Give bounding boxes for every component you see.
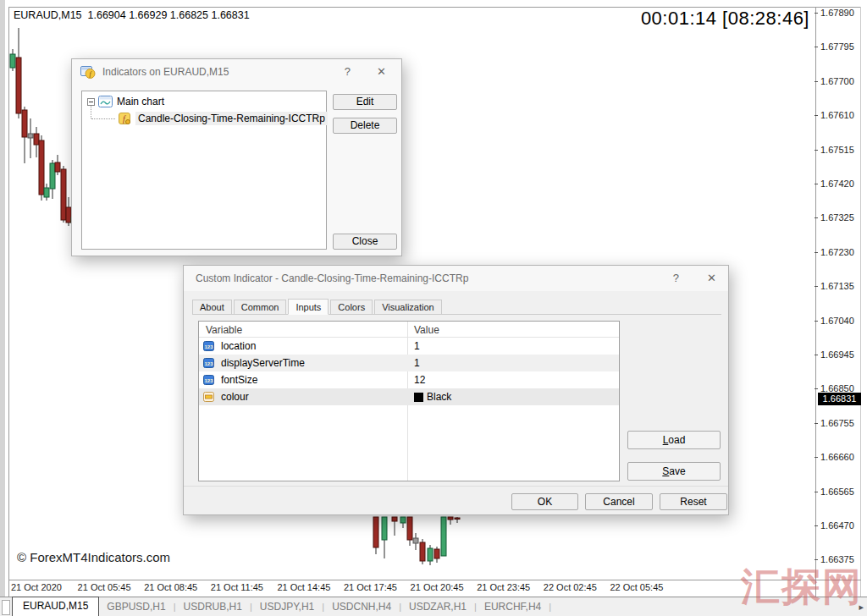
edit-button[interactable]: Edit (333, 94, 397, 110)
tab-scroll-left-button[interactable] (2, 600, 10, 615)
tree-item-label: Main chart (117, 96, 164, 107)
price-axis-label: 1.66755 (820, 418, 854, 428)
price-axis-label: 1.66470 (820, 520, 854, 531)
custom-dialog-titlebar[interactable]: Custom Indicator - Candle-Closing-Time-R… (184, 266, 728, 291)
close-button[interactable]: Close (333, 234, 397, 250)
custom-dialog-title: Custom Indicator - Candle-Closing-Time-R… (196, 272, 468, 284)
indicators-dialog-icon: f (80, 66, 96, 79)
price-axis-label: 1.67230 (820, 247, 854, 257)
candle-countdown-clock: 00:01:14 [08:28:46] (641, 8, 809, 30)
mt4-window: EURAUD,M15 1.66904 1.66929 1.66825 1.668… (0, 0, 867, 616)
price-axis-label: 1.67610 (820, 110, 854, 120)
table-row[interactable]: 123 displayServerTime 1 (199, 355, 619, 371)
variable-name: location (221, 340, 256, 352)
time-axis-label: 21 Oct 17:45 (344, 582, 397, 592)
symbol-tabbar: EURAUD,M15GBPUSD,H1|USDRUB,H1|USDJPY,H1|… (0, 597, 867, 616)
svg-text:123: 123 (204, 361, 213, 366)
save-button[interactable]: Save (627, 462, 721, 481)
price-axis-label: 1.67135 (820, 281, 854, 291)
time-axis-label: 21 Oct 11:45 (211, 582, 263, 592)
table-header: Variable Value (199, 322, 619, 338)
inputs-table[interactable]: Variable Value 123 location 1 123 displa… (198, 321, 620, 481)
chart-watermark-text: © ForexMT4Indicators.com (17, 550, 170, 564)
time-axis-label: 21 Oct 08:45 (144, 582, 197, 592)
symbol-tab-usdzar-h1[interactable]: USDZAR,H1 (401, 598, 474, 615)
numeric-123-icon: 123 (203, 341, 214, 351)
price-axis-label: 1.66660 (820, 452, 854, 462)
variable-name: colour (221, 391, 249, 403)
price-axis-label: 1.66945 (820, 349, 854, 360)
help-button[interactable]: ? (673, 272, 679, 284)
variable-value[interactable]: 1 (414, 357, 420, 369)
reset-button[interactable]: Reset (660, 493, 727, 510)
time-axis-label: 21 Oct 14:45 (277, 582, 330, 592)
close-icon[interactable]: ✕ (377, 66, 386, 78)
time-axis-label: 21 Oct 05:45 (78, 582, 131, 592)
time-axis-label: 21 Oct 2020 (11, 582, 62, 592)
close-icon[interactable]: ✕ (707, 272, 716, 284)
svg-text:123: 123 (204, 378, 213, 383)
site-watermark: 汇探网 (741, 564, 863, 610)
chart-window-icon (98, 96, 113, 107)
color-swatch-black (414, 393, 423, 402)
time-axis-separator (8, 580, 861, 580)
variable-value[interactable]: 1 (414, 340, 420, 352)
price-axis-label: 1.67325 (820, 212, 854, 223)
symbol-tab-gbpusd-h1[interactable]: GBPUSD,H1 (99, 598, 173, 615)
variable-name: fontSize (221, 374, 257, 386)
dialog-footer-divider (184, 486, 728, 487)
tab-inputs[interactable]: Inputs (288, 299, 329, 315)
tab-common[interactable]: Common (234, 300, 287, 314)
tab-divider: | (549, 602, 551, 612)
indicators-dialog-titlebar[interactable]: f Indicators on EURAUD,M15 ? ✕ (72, 59, 401, 85)
column-header-variable: Variable (206, 324, 242, 336)
indicator-tree-list[interactable]: Main chart f Candle-Closing-Time-Remaini… (81, 91, 327, 250)
load-button[interactable]: Load (627, 431, 721, 449)
help-button[interactable]: ? (345, 66, 351, 78)
symbol-quote-line: EURAUD,M15 1.66904 1.66929 1.66825 1.668… (14, 9, 250, 21)
time-axis-label: 22 Oct 05:45 (610, 582, 663, 592)
price-axis-label: 1.67795 (820, 41, 854, 52)
variable-name: displayServerTime (221, 357, 305, 369)
time-axis-label: 22 Oct 02:45 (544, 582, 597, 592)
price-axis-label: 1.66565 (820, 487, 854, 497)
column-header-value: Value (414, 324, 439, 336)
tab-visualization[interactable]: Visualization (374, 300, 442, 314)
tree-collapse-icon[interactable] (87, 98, 95, 106)
tab-colors[interactable]: Colors (330, 300, 373, 314)
table-row[interactable]: 123 location 1 (199, 338, 619, 355)
indicators-dialog-title: Indicators on EURAUD,M15 (102, 66, 229, 78)
color-value-label: Black (427, 391, 451, 403)
table-row[interactable]: colour Black (199, 388, 619, 405)
numeric-123-icon: 123 (203, 358, 214, 368)
delete-button[interactable]: Delete (333, 118, 397, 134)
tree-item-main-chart[interactable]: Main chart (87, 96, 164, 107)
tree-item-indicator[interactable]: f Candle-Closing-Time-Remaining-ICCTRp (119, 112, 328, 125)
symbol-tabs: EURAUD,M15GBPUSD,H1|USDRUB,H1|USDJPY,H1|… (12, 598, 551, 616)
tree-item-label: Candle-Closing-Time-Remaining-ICCTRp (135, 112, 328, 125)
current-price-tag: 1.66831 (818, 393, 861, 405)
variable-value[interactable]: 12 (414, 374, 425, 386)
symbol-tab-usdjpy-h1[interactable]: USDJPY,H1 (252, 598, 322, 615)
symbol-tab-usdrub-h1[interactable]: USDRUB,H1 (176, 598, 250, 615)
time-axis-label: 21 Oct 23:45 (477, 582, 530, 592)
table-row[interactable]: 123 fontSize 12 (199, 371, 619, 388)
numeric-123-icon: 123 (203, 375, 214, 385)
svg-text:123: 123 (204, 344, 213, 349)
time-axis-label: 21 Oct 20:45 (411, 582, 464, 592)
ok-button[interactable]: OK (511, 493, 578, 510)
price-axis-label: 1.67890 (820, 8, 854, 18)
symbol-tab-eurchf-h4[interactable]: EURCHF,H4 (477, 598, 549, 615)
symbol-tab-euraud-m15[interactable]: EURAUD,M15 (12, 597, 99, 616)
symbol-tab-usdcnh-h4[interactable]: USDCNH,H4 (324, 598, 399, 615)
price-axis-label: 1.67040 (820, 316, 854, 326)
price-axis-separator (815, 7, 816, 597)
custom-dialog-tabstrip: About Common Inputs Colors Visualization (192, 299, 721, 315)
custom-indicator-icon: f (119, 113, 131, 125)
cancel-button[interactable]: Cancel (585, 493, 653, 510)
chart-frame-left (8, 7, 9, 597)
price-axis-labels[interactable]: 1.678901.677951.677001.676101.675151.674… (820, 0, 864, 580)
variable-value[interactable]: Black (414, 391, 451, 403)
tab-about[interactable]: About (192, 300, 232, 314)
price-axis-label: 1.67420 (820, 179, 854, 189)
